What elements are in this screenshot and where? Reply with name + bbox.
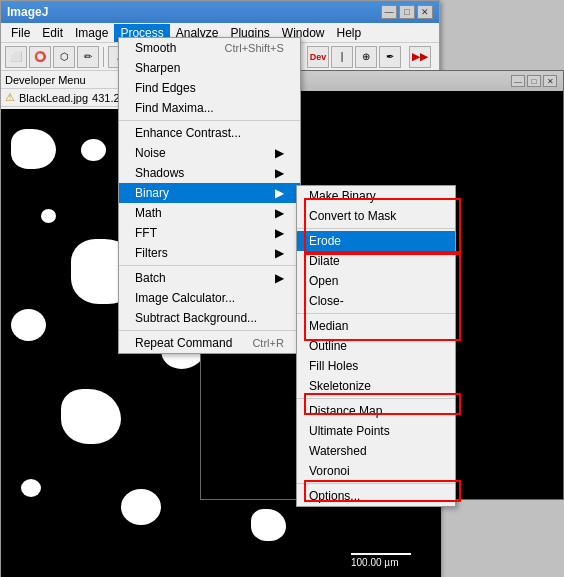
noise-label: Noise [135, 146, 166, 160]
dev-btn4[interactable]: ✒ [379, 46, 401, 68]
options-label: Options... [309, 489, 360, 503]
binary-ultimate-points[interactable]: Ultimate Points [297, 421, 455, 441]
app-title: ImageJ [7, 5, 48, 19]
blob [41, 209, 56, 223]
binary-skeletonize[interactable]: Skeletonize [297, 376, 455, 396]
skeletonize-label: Skeletonize [309, 379, 371, 393]
open-label: Open [309, 274, 338, 288]
menu-file[interactable]: File [5, 24, 36, 42]
menu-binary[interactable]: Binary ▶ [119, 183, 300, 203]
menu-filters[interactable]: Filters ▶ [119, 243, 300, 263]
process-dropdown: Smooth Ctrl+Shift+S Sharpen Find Edges F… [118, 37, 301, 354]
blob [61, 389, 121, 444]
menu-edit[interactable]: Edit [36, 24, 69, 42]
binary-close[interactable]: Close- [297, 291, 455, 311]
blob [11, 129, 56, 169]
menu-math[interactable]: Math ▶ [119, 203, 300, 223]
menu-batch[interactable]: Batch ▶ [119, 268, 300, 288]
submenu-sep1 [297, 228, 455, 229]
binary-distance-map[interactable]: Distance Map [297, 401, 455, 421]
smooth-shortcut: Ctrl+Shift+S [225, 42, 284, 54]
median-label: Median [309, 319, 348, 333]
menu-noise[interactable]: Noise ▶ [119, 143, 300, 163]
find-edges-label: Find Edges [135, 81, 196, 95]
img-win-close[interactable]: ✕ [543, 75, 557, 87]
scale-line [351, 553, 411, 555]
menu-enhance-contrast[interactable]: Enhance Contrast... [119, 123, 300, 143]
outline-label: Outline [309, 339, 347, 353]
forward-arrow[interactable]: ▶▶ [409, 46, 431, 68]
convert-mask-label: Convert to Mask [309, 209, 396, 223]
subtract-background-label: Subtract Background... [135, 311, 257, 325]
math-label: Math [135, 206, 162, 220]
binary-median[interactable]: Median [297, 316, 455, 336]
binary-fill-holes[interactable]: Fill Holes [297, 356, 455, 376]
menu-find-maxima[interactable]: Find Maxima... [119, 98, 300, 118]
close-label: Close- [309, 294, 344, 308]
repeat-command-label: Repeat Command [135, 336, 232, 350]
batch-arrow: ▶ [275, 271, 284, 285]
scale-label: 100.00 µm [351, 557, 398, 568]
minimize-button[interactable]: — [381, 5, 397, 19]
close-button[interactable]: ✕ [417, 5, 433, 19]
find-maxima-label: Find Maxima... [135, 101, 214, 115]
dev-menu-label: Developer Menu [5, 74, 86, 86]
rectangle-tool[interactable]: ⬜ [5, 46, 27, 68]
batch-label: Batch [135, 271, 166, 285]
oval-tool[interactable]: ⭕ [29, 46, 51, 68]
sharpen-label: Sharpen [135, 61, 180, 75]
noise-arrow: ▶ [275, 146, 284, 160]
image-filename: BlackLead.jpg [19, 92, 88, 104]
menu-image[interactable]: Image [69, 24, 114, 42]
submenu-sep3 [297, 398, 455, 399]
shadows-label: Shadows [135, 166, 184, 180]
repeat-shortcut: Ctrl+R [252, 337, 283, 349]
blob [121, 489, 161, 525]
toolbar-divider [103, 47, 104, 67]
menu-smooth[interactable]: Smooth Ctrl+Shift+S [119, 38, 300, 58]
menu-shadows[interactable]: Shadows ▶ [119, 163, 300, 183]
binary-voronoi[interactable]: Voronoi [297, 461, 455, 481]
binary-dilate[interactable]: Dilate [297, 251, 455, 271]
fft-label: FFT [135, 226, 157, 240]
menu-help[interactable]: Help [331, 24, 368, 42]
scale-bar: 100.00 µm [351, 553, 411, 568]
polygon-tool[interactable]: ⬡ [53, 46, 75, 68]
fft-arrow: ▶ [275, 226, 284, 240]
smooth-label: Smooth [135, 41, 176, 55]
img-win-minimize[interactable]: — [511, 75, 525, 87]
menu-subtract-background[interactable]: Subtract Background... [119, 308, 300, 328]
math-arrow: ▶ [275, 206, 284, 220]
blob [81, 139, 106, 161]
binary-erode[interactable]: Erode [297, 231, 455, 251]
dev-btn2[interactable]: | [331, 46, 353, 68]
binary-outline[interactable]: Outline [297, 336, 455, 356]
erode-label: Erode [309, 234, 341, 248]
binary-options[interactable]: Options... [297, 486, 455, 506]
dev-btn1[interactable]: Dev [307, 46, 329, 68]
image-calculator-label: Image Calculator... [135, 291, 235, 305]
menu-fft[interactable]: FFT ▶ [119, 223, 300, 243]
freehand-tool[interactable]: ✏ [77, 46, 99, 68]
menu-find-edges[interactable]: Find Edges [119, 78, 300, 98]
maximize-button[interactable]: □ [399, 5, 415, 19]
dev-btn3[interactable]: ⊕ [355, 46, 377, 68]
img-win-maximize[interactable]: □ [527, 75, 541, 87]
binary-convert-mask[interactable]: Convert to Mask [297, 206, 455, 226]
make-binary-label: Make Binary [309, 189, 376, 203]
menu-sharpen[interactable]: Sharpen [119, 58, 300, 78]
binary-make-binary[interactable]: Make Binary [297, 186, 455, 206]
shadows-arrow: ▶ [275, 166, 284, 180]
watershed-label: Watershed [309, 444, 367, 458]
distance-map-label: Distance Map [309, 404, 382, 418]
menu-repeat-command[interactable]: Repeat Command Ctrl+R [119, 333, 300, 353]
binary-open[interactable]: Open [297, 271, 455, 291]
fill-holes-label: Fill Holes [309, 359, 358, 373]
menu-image-calculator[interactable]: Image Calculator... [119, 288, 300, 308]
filters-arrow: ▶ [275, 246, 284, 260]
warning-icon: ⚠ [5, 91, 15, 104]
dilate-label: Dilate [309, 254, 340, 268]
submenu-sep2 [297, 313, 455, 314]
image-window-controls: — □ ✕ [511, 75, 557, 87]
binary-watershed[interactable]: Watershed [297, 441, 455, 461]
